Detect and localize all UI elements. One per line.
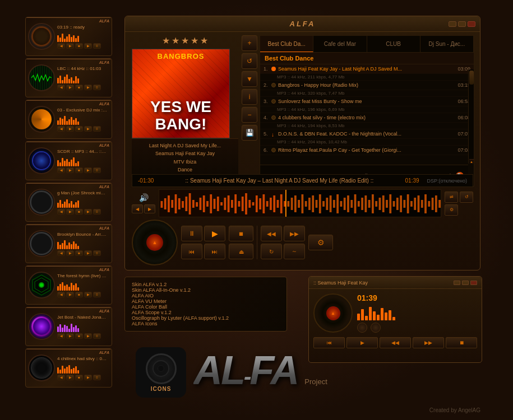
side-btn-info[interactable]: i bbox=[242, 89, 257, 105]
mp2-knob-1[interactable] bbox=[357, 323, 367, 333]
btn-stop[interactable]: ⏹ bbox=[229, 226, 253, 241]
mini-stop-5[interactable]: ■ bbox=[75, 209, 83, 214]
playlist-item-1[interactable]: 1. Seamus Haji Feat Kay Jay - Last Night… bbox=[260, 64, 474, 74]
playlist-item-6[interactable]: 6. Ritmo Playaz feat.Paula P Cay - Get T… bbox=[260, 146, 474, 155]
mini-prev-1[interactable]: ◀ bbox=[57, 43, 65, 49]
mini-play-2[interactable]: ▶ bbox=[66, 85, 74, 90]
window-controls[interactable] bbox=[449, 21, 475, 27]
btn-shuffle[interactable]: ⇌ bbox=[445, 192, 458, 203]
info-item-5[interactable]: ALFA Color Ball bbox=[132, 304, 280, 310]
side-btn-remove[interactable]: − bbox=[242, 107, 257, 123]
mini-play-1[interactable]: ▶ bbox=[66, 43, 74, 49]
mini-prev-4[interactable]: ◀ bbox=[57, 167, 65, 173]
mp2-btn-stop2[interactable]: ⏹ bbox=[446, 337, 477, 348]
mini-eq-6[interactable]: ≡ bbox=[93, 250, 101, 256]
mini-eq-4[interactable]: ≡ bbox=[93, 167, 101, 173]
star-5[interactable]: ★ bbox=[200, 35, 208, 46]
side-btn-add[interactable]: + bbox=[242, 35, 257, 51]
mini-next-8[interactable]: ▶ bbox=[84, 333, 92, 339]
extra-controls[interactable]: ◀ ▶ bbox=[132, 204, 155, 213]
mini-play-5[interactable]: ▶ bbox=[66, 209, 74, 214]
mini-next-9[interactable]: ▶ bbox=[84, 375, 92, 380]
mp2-min[interactable] bbox=[454, 281, 460, 285]
mini-eq-3[interactable]: ≡ bbox=[93, 126, 101, 132]
mp2-knobs[interactable] bbox=[357, 323, 477, 333]
mini-prev-5[interactable]: ◀ bbox=[57, 209, 65, 214]
sidebar-controls-6[interactable]: ◀ ▶ ■ ▶ ≡ bbox=[57, 250, 107, 256]
side-btn-repeat[interactable]: ↺ bbox=[242, 53, 257, 69]
star-4[interactable]: ★ bbox=[191, 35, 198, 46]
sidebar-player-6[interactable]: ALFA Brooklyn Bounce - Arr... :: 03:57 ◀… bbox=[25, 224, 112, 263]
mini-eq-2[interactable]: ≡ bbox=[93, 85, 101, 90]
mp2-close[interactable] bbox=[470, 281, 477, 285]
transport-btn-group-2[interactable]: ⏹ ⏏ bbox=[229, 226, 253, 259]
playlist-item-2[interactable]: 2. Bangbros - Happy Hour (Radio Mix) 03:… bbox=[260, 81, 474, 90]
main-transport-buttons[interactable]: ▲ ⏸ ▶ ⏮ ⏭ ⏹ ⏏ bbox=[132, 220, 473, 265]
btn-prev[interactable]: ⏮ bbox=[181, 244, 202, 259]
mini-eq-8[interactable]: ≡ bbox=[93, 333, 101, 339]
mini-play-7[interactable]: ▶ bbox=[66, 292, 74, 297]
mp2-btn-rew[interactable]: ◀◀ bbox=[380, 337, 411, 348]
sidebar-player-9[interactable]: ALFA 4 chillnex had silvy :: 01:? ◀ ▶ ■ … bbox=[25, 348, 112, 388]
mini-play-6[interactable]: ▶ bbox=[66, 250, 74, 256]
sidebar-player-3[interactable]: ALFA 03 - Exclusive DJ mix :: 02:31 ◀ ▶ … bbox=[25, 100, 112, 139]
btn-ffw-main[interactable]: ▶▶ bbox=[284, 226, 305, 241]
sidebar-player-5[interactable]: ALFA g Man (Joe Shrock mix) :: 01:30 ◀ ▶… bbox=[25, 183, 112, 222]
sidebar-player-7[interactable]: ALFA The forest hymn (live) :: 03:05 ◀ ▶… bbox=[25, 265, 112, 305]
mini-next-7[interactable]: ▶ bbox=[84, 292, 92, 297]
info-item-1[interactable]: Skin ALFA v.1.2 bbox=[132, 282, 280, 287]
btn-wave[interactable]: ～ bbox=[284, 244, 305, 259]
tab-best-club[interactable]: Best Club Da... bbox=[260, 36, 313, 52]
mp2-btn-stop[interactable]: ⏮ bbox=[313, 337, 345, 348]
scroll-arrow-up[interactable]: ▲ bbox=[469, 159, 474, 164]
volume-icon[interactable]: 🔊 bbox=[139, 193, 149, 202]
scrollbar-thumb[interactable] bbox=[469, 71, 474, 85]
sidebar-controls-2[interactable]: ◀ ▶ ■ ▶ ≡ bbox=[57, 85, 107, 90]
close-button[interactable] bbox=[468, 21, 475, 27]
btn-settings[interactable]: ⚙ bbox=[445, 204, 458, 216]
sidebar-controls-7[interactable]: ◀ ▶ ■ ▶ ≡ bbox=[57, 292, 107, 297]
star-2[interactable]: ★ bbox=[172, 35, 179, 46]
btn-pause[interactable]: ⏸ bbox=[181, 226, 202, 241]
mp2-win-controls[interactable] bbox=[454, 281, 477, 285]
side-btn-save[interactable]: 💾 bbox=[242, 125, 257, 141]
sidebar-controls-9[interactable]: ◀ ▶ ■ ▶ ≡ bbox=[57, 375, 107, 380]
mini-next-3[interactable]: ▶ bbox=[84, 126, 92, 132]
mini-stop-7[interactable]: ■ bbox=[75, 292, 83, 297]
star-1[interactable]: ★ bbox=[162, 35, 170, 46]
tab-cafe-del-mar[interactable]: Cafe del Mar bbox=[313, 36, 367, 52]
btn-repeat[interactable]: ↺ bbox=[460, 192, 473, 203]
info-item-4[interactable]: ALFA VU Meter bbox=[132, 298, 280, 304]
mini-next-6[interactable]: ▶ bbox=[84, 250, 92, 256]
balance-left[interactable]: ◀ bbox=[132, 204, 143, 213]
sidebar-player-8[interactable]: ALFA Jet Bost - Naked Jonas :: 01:10 ◀ bbox=[25, 307, 112, 346]
mini-stop-4[interactable]: ■ bbox=[75, 167, 83, 173]
mini-eq-9[interactable]: ≡ bbox=[93, 375, 101, 380]
btn-play[interactable]: ▶ bbox=[204, 226, 225, 241]
sidebar-controls-8[interactable]: ◀ ▶ ■ ▶ ≡ bbox=[57, 333, 107, 339]
mini-stop-1[interactable]: ■ bbox=[75, 43, 83, 49]
balance-right[interactable]: ▶ bbox=[144, 204, 155, 213]
btn-next[interactable]: ⏭ bbox=[204, 244, 225, 259]
maximize-button[interactable] bbox=[458, 21, 466, 27]
mini-prev-9[interactable]: ◀ bbox=[57, 375, 65, 380]
mini-play-9[interactable]: ▶ bbox=[66, 375, 74, 380]
sidebar-player-1[interactable]: ALFA 03:19 :: ready ◀ ▶ ■ ▶ ≡ bbox=[25, 17, 112, 56]
sidebar-player-2[interactable]: ALFA LBC :: 44 kHz :: 01:03 ◀ ▶ ■ ▶ ≡ bbox=[25, 58, 112, 97]
mp2-btn-ffw[interactable]: ▶▶ bbox=[413, 337, 444, 348]
playlist-item-3[interactable]: 3. Sunloverz feat Miss Bunty - Show me 0… bbox=[260, 97, 474, 106]
mini-prev-6[interactable]: ◀ bbox=[57, 250, 65, 256]
mini-next-1[interactable]: ▶ bbox=[84, 43, 92, 49]
right-transport-controls[interactable]: ⇌ ↺ ⚙ bbox=[445, 192, 473, 216]
rating-stars[interactable]: ★ ★ ★ ★ ★ bbox=[132, 35, 238, 46]
info-item-7[interactable]: Oscillograph by Lyuter (ALFA support) v.… bbox=[132, 315, 280, 321]
mini-prev-8[interactable]: ◀ bbox=[57, 333, 65, 339]
mp2-btn-play[interactable]: ▶ bbox=[346, 337, 378, 348]
star-3[interactable]: ★ bbox=[181, 35, 189, 46]
btn-rew-main[interactable]: ◀◀ bbox=[261, 226, 282, 241]
mini-stop-9[interactable]: ■ bbox=[75, 375, 83, 380]
mini-next-5[interactable]: ▶ bbox=[84, 209, 92, 214]
mp2-knob-2[interactable] bbox=[371, 323, 381, 333]
btn-eject[interactable]: ⏏ bbox=[229, 244, 253, 259]
btn-loop[interactable]: ↻ bbox=[261, 244, 282, 259]
